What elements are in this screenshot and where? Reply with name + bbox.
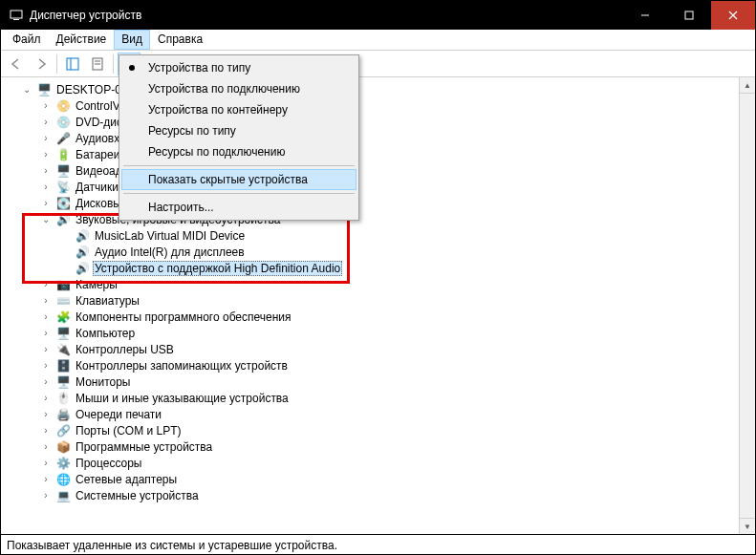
menu-item-label: Устройства по типу [148,61,250,75]
scroll-up-button[interactable]: ▲ [740,77,755,94]
spacer [58,245,72,259]
expand-icon[interactable]: › [39,278,53,291]
speaker-icon: 🔊 [75,228,90,244]
window-controls [623,1,755,30]
menu-show-hidden-devices[interactable]: Показать скрытые устройства [121,169,356,190]
expand-icon[interactable]: › [39,181,53,194]
maximize-button[interactable] [667,1,711,30]
tree-node-cameras[interactable]: ›📷Камеры [1,276,739,292]
show-hide-tree-button[interactable] [61,53,84,75]
expand-icon[interactable]: › [39,116,53,129]
expand-icon[interactable]: › [39,197,53,210]
tree-node-network[interactable]: ›🌐Сетевые адаптеры [1,471,739,487]
tree-node-sound[interactable]: ⌄🔊Звуковые, игровые и видеоустройства [1,211,739,227]
tree-node-keyboards[interactable]: ›⌨️Клавиатуры [1,292,739,309]
expand-icon[interactable]: › [39,473,53,486]
tree-node-print-queues[interactable]: ›🖨️Очереди печати [1,406,739,422]
menu-devices-by-container[interactable]: Устройства по контейнеру [121,99,356,120]
node-label: Датчики [74,181,120,194]
expand-icon[interactable]: › [39,440,53,454]
collapse-icon[interactable]: ⌄ [39,213,53,226]
battery-icon: 🔋 [55,147,71,162]
toolbar-separator [56,54,57,74]
sensor-icon: 📡 [55,180,71,195]
expand-icon[interactable]: › [39,359,53,373]
tree-node-video[interactable]: ›🖥️Видеоада [1,162,739,179]
menu-item-label: Ресурсы по типу [148,124,236,138]
menu-item-label: Показать скрытые устройства [148,173,308,186]
system-icon: 💻 [55,488,71,503]
node-label: Компьютер [74,327,137,340]
tree-node-mice[interactable]: ›🖱️Мыши и иные указывающие устройства [1,390,739,406]
menu-devices-by-type[interactable]: Устройства по типу [121,57,356,78]
device-tree[interactable]: ⌄ 🖥️ DESKTOP-02K ›📀ControlVa ›💿DVD-диск … [1,77,739,534]
menu-separator [123,193,355,194]
expand-icon[interactable]: › [39,343,53,356]
menu-help[interactable]: Справка [150,30,210,50]
node-label: Системные устройства [74,489,201,502]
expand-icon[interactable]: › [39,489,53,502]
display-icon: 🖥️ [55,163,71,179]
statusbar: Показывает удаленные из системы и устаре… [1,534,755,555]
tree-node-ports[interactable]: ›🔗Порты (COM и LPT) [1,422,739,438]
speaker-icon: 🔊 [75,261,90,276]
properties-button[interactable] [86,53,109,75]
minimize-button[interactable] [623,1,667,30]
menu-resources-by-connection[interactable]: Ресурсы по подключению [121,141,356,162]
tree-node-system[interactable]: ›💻Системные устройства [1,487,739,503]
window-title: Диспетчер устройств [30,9,623,22]
tree-node-audioin[interactable]: ›🎤Аудиовхо [1,130,739,146]
tree-node-intel-audio[interactable]: 🔊Аудио Intel(R) для дисплеев [1,244,739,260]
menu-file[interactable]: Файл [5,30,49,50]
expand-icon[interactable]: › [39,408,53,421]
content-area: ⌄ 🖥️ DESKTOP-02K ›📀ControlVa ›💿DVD-диск … [1,77,755,534]
expand-icon[interactable]: › [39,148,53,161]
close-button[interactable] [711,1,755,30]
device-icon: 📀 [55,98,71,114]
menu-view[interactable]: Вид [114,30,150,50]
menu-devices-by-connection[interactable]: Устройства по подключению [121,78,356,99]
tree-node-computer[interactable]: ›🖥️Компьютер [1,325,739,341]
tree-node-dvd[interactable]: ›💿DVD-диск [1,114,739,130]
expand-icon[interactable]: › [39,327,53,340]
vertical-scrollbar[interactable]: ▲ ▼ [739,77,755,534]
tree-node-usb[interactable]: ›🔌Контроллеры USB [1,341,739,357]
back-button[interactable] [5,53,28,75]
menu-customize[interactable]: Настроить... [121,197,356,218]
forward-button[interactable] [30,53,53,75]
tree-node-sensors[interactable]: ›📡Датчики [1,179,739,195]
menu-action[interactable]: Действие [49,30,115,50]
expand-icon[interactable]: › [39,164,53,178]
expand-icon[interactable]: › [39,99,53,113]
collapse-icon[interactable]: ⌄ [20,83,33,96]
tree-node-cpu[interactable]: ›⚙️Процессоры [1,455,739,471]
network-icon: 🌐 [55,472,71,487]
tree-node-controlvault[interactable]: ›📀ControlVa [1,97,739,114]
menubar: Файл Действие Вид Справка [1,30,755,51]
menu-resources-by-type[interactable]: Ресурсы по типу [121,120,356,141]
mouse-icon: 🖱️ [55,391,71,406]
tree-node-disk[interactable]: ›💽Дисковые устройства [1,195,739,211]
tree-node-monitors[interactable]: ›🖥️Мониторы [1,374,739,390]
scroll-down-button[interactable]: ▼ [740,518,755,534]
node-label: Сетевые адаптеры [74,473,179,486]
expand-icon[interactable]: › [39,457,53,470]
node-label: Контроллеры запоминающих устройств [74,359,290,373]
tree-node-batteries[interactable]: ›🔋Батареи [1,146,739,162]
node-label: Батареи [74,148,121,161]
expand-icon[interactable]: › [39,392,53,405]
tree-node-storage-ctrl[interactable]: ›🗄️Контроллеры запоминающих устройств [1,357,739,374]
port-icon: 🔗 [55,423,71,438]
expand-icon[interactable]: › [39,375,53,389]
expand-icon[interactable]: › [39,424,53,438]
expand-icon[interactable]: › [39,310,53,324]
tree-node-software-comp[interactable]: ›🧩Компоненты программного обеспечения [1,309,739,325]
expand-icon[interactable]: › [39,294,53,308]
tree-node-midi[interactable]: 🔊MusicLab Virtual MIDI Device [1,227,739,244]
expand-icon[interactable]: › [39,132,53,145]
tree-node-hda[interactable]: 🔊Устройство с поддержкой High Definition… [1,260,739,276]
tree-root[interactable]: ⌄ 🖥️ DESKTOP-02K [1,81,739,97]
tree-node-program-devices[interactable]: ›📦Программные устройства [1,438,739,455]
keyboard-icon: ⌨️ [55,293,71,309]
menu-item-label: Ресурсы по подключению [148,145,285,159]
